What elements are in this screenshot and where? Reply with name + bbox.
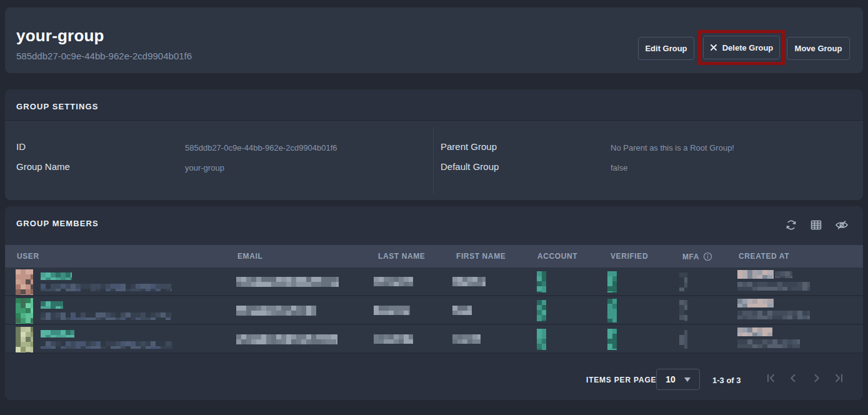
mfa-label: MFA <box>682 252 699 261</box>
redacted-first-name <box>452 306 472 315</box>
chevron-down-icon <box>684 378 691 382</box>
delete-group-label: Delete Group <box>722 43 774 52</box>
redacted-user-subline <box>41 341 172 349</box>
redacted-account-status <box>537 271 546 292</box>
group-name-label: Group Name <box>16 161 70 172</box>
column-last-name: LAST NAME <box>378 252 425 261</box>
avatar <box>16 327 33 352</box>
items-per-page-select[interactable]: 10 <box>656 369 700 390</box>
close-icon <box>710 44 717 51</box>
redacted-account-status <box>537 329 546 350</box>
delete-group-button[interactable]: Delete Group <box>703 36 780 59</box>
group-settings-card: GROUP SETTINGS ID 585ddb27-0c9e-44bb-962… <box>5 89 863 200</box>
next-page-button[interactable] <box>811 372 823 384</box>
avatar <box>16 269 33 295</box>
redacted-email <box>236 334 337 344</box>
settings-section-title: GROUP SETTINGS <box>16 102 98 111</box>
move-group-button[interactable]: Move Group <box>787 37 850 60</box>
annotation-box: Delete Group <box>698 30 785 65</box>
default-group-label: Default Group <box>441 161 499 172</box>
redacted-mfa-status <box>679 330 687 349</box>
info-icon[interactable] <box>703 252 712 261</box>
column-email: EMAIL <box>237 252 262 261</box>
redacted-first-name <box>452 277 486 286</box>
redacted-last-name <box>374 334 413 344</box>
last-page-icon <box>832 372 845 384</box>
redacted-username <box>41 301 63 309</box>
redacted-created-tail <box>775 271 792 278</box>
id-value: 585ddb27-0c9e-44bb-962e-2cd9904b01f6 <box>185 143 337 152</box>
redacted-last-name <box>374 306 410 315</box>
table-body <box>5 268 863 354</box>
redacted-last-name <box>374 277 413 286</box>
members-section-title: GROUP MEMBERS <box>16 219 99 228</box>
redacted-user-subline <box>41 284 172 291</box>
column-first-name: FIRST NAME <box>456 252 506 261</box>
items-per-page-label: ITEMS PER PAGE <box>586 376 656 384</box>
eye-off-icon <box>835 219 849 231</box>
redacted-username <box>41 330 74 338</box>
redacted-user-subline <box>41 312 171 320</box>
column-user: USER <box>17 252 39 261</box>
redacted-mfa-status <box>679 272 687 291</box>
column-created-at: CREATED AT <box>739 252 789 261</box>
table-row[interactable] <box>5 268 863 296</box>
redacted-created-time <box>737 311 810 319</box>
redacted-email <box>236 277 339 287</box>
avatar <box>16 298 33 324</box>
table-columns-button[interactable] <box>810 218 824 232</box>
table-row[interactable] <box>5 296 863 325</box>
table-columns-icon <box>810 219 824 231</box>
settings-body: ID 585ddb27-0c9e-44bb-962e-2cd9904b01f6 … <box>5 121 863 200</box>
page-title: your-group <box>16 26 104 46</box>
parent-group-label: Parent Group <box>441 141 497 152</box>
group-name-value: your-group <box>185 163 224 172</box>
redacted-account-status <box>537 300 546 321</box>
chevron-left-icon <box>787 372 799 384</box>
id-label: ID <box>16 141 26 152</box>
refresh-button[interactable] <box>785 218 799 232</box>
redacted-verified-status <box>607 299 617 322</box>
redacted-verified-status <box>607 271 617 292</box>
column-divider <box>433 127 434 194</box>
redacted-email <box>236 306 316 316</box>
items-per-page-value: 10 <box>666 374 676 384</box>
group-header-card: your-group 585ddb27-0c9e-44bb-962e-2cd99… <box>5 8 863 73</box>
pagination-range: 1-3 of 3 <box>712 376 741 385</box>
table-row[interactable] <box>5 325 863 354</box>
page: your-group 585ddb27-0c9e-44bb-962e-2cd99… <box>0 0 868 415</box>
group-members-card: GROUP MEMBERS <box>5 206 863 400</box>
redacted-username <box>41 272 72 280</box>
default-group-value: false <box>611 163 627 172</box>
redacted-verified-status <box>607 329 617 350</box>
redacted-mfa-status <box>679 300 687 321</box>
column-mfa: MFA <box>682 252 712 261</box>
refresh-icon <box>785 219 799 231</box>
first-page-icon <box>765 372 777 384</box>
redacted-created-date <box>737 299 774 308</box>
first-page-button[interactable] <box>765 372 777 384</box>
redacted-created-time <box>737 282 810 291</box>
parent-group-value: No Parent as this is a Root Group! <box>611 143 734 152</box>
edit-group-button[interactable]: Edit Group <box>638 37 694 60</box>
chevron-right-icon <box>811 372 823 384</box>
table-header: USER EMAIL LAST NAME FIRST NAME ACCOUNT … <box>5 245 863 268</box>
redacted-created-time <box>737 339 800 348</box>
previous-page-button[interactable] <box>787 372 799 384</box>
group-id: 585ddb27-0c9e-44bb-962e-2cd9904b01f6 <box>16 51 192 61</box>
redacted-first-name <box>452 334 481 344</box>
hide-columns-button[interactable] <box>835 218 849 232</box>
last-page-button[interactable] <box>832 372 845 384</box>
column-verified: VERIFIED <box>611 252 648 261</box>
column-account: ACCOUNT <box>537 252 577 261</box>
redacted-created-date <box>737 328 772 336</box>
redacted-created-date <box>737 270 774 279</box>
